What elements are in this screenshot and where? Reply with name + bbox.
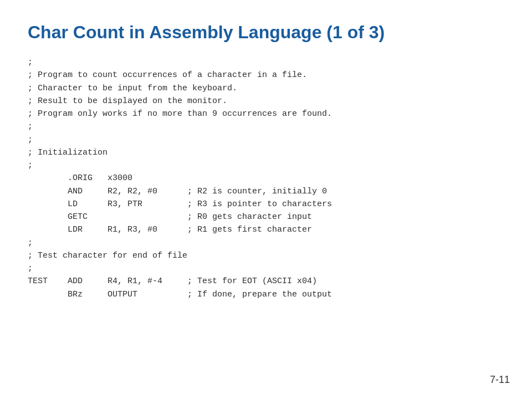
slide: Char Count in Assembly Language (1 of 3)… bbox=[0, 0, 532, 399]
code-block: ; ; Program to count occurrences of a ch… bbox=[28, 56, 504, 301]
slide-title: Char Count in Assembly Language (1 of 3) bbox=[28, 22, 504, 43]
slide-number: 7-11 bbox=[490, 374, 510, 386]
